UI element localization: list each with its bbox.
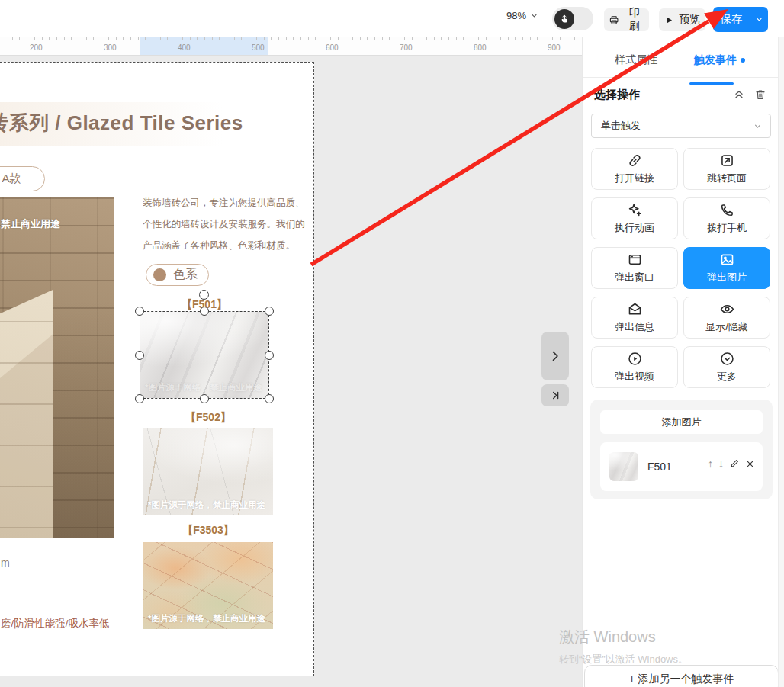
ruler-label: 600 [326,43,339,52]
preview-button[interactable]: 预览 [659,8,705,31]
touch-mode-toggle[interactable] [552,7,593,30]
save-button[interactable]: 保存 [713,7,750,32]
phone-icon [719,202,735,218]
ruler-label: 800 [474,43,487,52]
select-action-header: 选择操作 [594,87,768,102]
remove-image-button[interactable] [745,459,755,469]
last-page-button[interactable] [541,384,569,406]
top-toolbar: 98% 印刷 预览 保存 [0,0,784,37]
ruler-label: 300 [104,43,117,52]
ruler-label: 900 [548,43,561,52]
action-open-link[interactable]: 打开链接 [591,148,678,190]
action-popup-message[interactable]: 弹出信息 [591,297,678,339]
tab-style-properties[interactable]: 样式属性 [610,53,662,68]
tile-label-f3503[interactable]: 【F3503】 [143,524,273,538]
tile-image-f502[interactable]: *图片源于网络，禁止商业用途 [143,428,273,515]
image-name: F501 [647,461,672,473]
panel-divider [583,77,779,78]
unsaved-dot [741,58,745,63]
chevron-down-icon [753,121,763,131]
feature-text[interactable]: 磨/防滑性能强/吸水率低 [1,617,110,631]
play-icon [664,15,674,25]
ruler-label: 200 [30,43,43,52]
zoom-level-dropdown[interactable]: 98% [506,10,538,21]
action-run-animation[interactable]: 执行动画 [591,197,678,239]
ruler-label: 400 [178,43,191,52]
action-call-phone[interactable]: 拨打手机 [683,197,770,239]
size-text-fragment[interactable]: m [1,557,10,569]
right-properties-panel: 样式属性 触发事件 选择操作 单击触发 打 [582,37,779,687]
chevron-down-icon [755,15,763,24]
link-icon [627,152,643,169]
popup-image-settings: 添加图片 F501 ↑ ↓ [590,400,773,499]
save-dropdown-button[interactable] [750,7,768,32]
resize-handle-s[interactable] [200,394,209,403]
resize-handle-e[interactable] [265,351,274,360]
hero-watermark-text: 禁止商业用途 [1,217,60,231]
ruler-major-ticks [27,37,576,43]
move-up-button[interactable]: ↑ [708,457,713,470]
tile-label-f502[interactable]: 【F502】 [143,411,273,425]
pencil-icon [729,458,740,469]
action-more[interactable]: 更多 [683,346,770,388]
image-watermark: *图片源于网络，禁止商业用途 [148,499,265,511]
description-line[interactable]: 产品涵盖了各种风格、色彩和材质。 [143,239,295,252]
printer-icon [609,14,619,26]
editor-window: 98% 印刷 预览 保存 200 300 400 500 [0,0,784,687]
chevron-circle-icon [719,351,735,367]
action-popup-image[interactable]: 弹出图片 [683,247,770,289]
active-tab-underline [689,82,734,85]
design-page[interactable]: 砖系列 / Glazed Tile Series A款 禁止商业用途 装饰墙砖公… [0,62,314,676]
envelope-icon [627,301,643,317]
selection-box [140,311,269,399]
chevron-down-icon [530,11,538,20]
eye-icon [719,301,735,317]
save-button-group: 保存 [713,7,768,32]
add-image-button[interactable]: 添加图片 [600,410,763,434]
action-popup-window[interactable]: 弹出窗口 [591,247,678,289]
resize-handle-w[interactable] [135,351,144,360]
trash-icon [754,88,766,101]
resize-handle-sw[interactable] [135,394,144,403]
tile-image-f501[interactable]: *图片源于网络，禁止商业用途 [140,312,268,398]
resize-handle-nw[interactable] [135,307,144,316]
image-watermark: *图片源于网络，禁止商业用途 [148,613,265,624]
zoom-level-value: 98% [506,10,526,21]
collapse-section-button[interactable] [731,87,747,102]
next-page-button[interactable] [541,332,569,380]
horizontal-ruler: 200 300 400 500 600 700 800 900 [0,37,582,56]
panel-tabs: 样式属性 触发事件 [583,47,779,78]
color-series-badge[interactable]: 色系 [146,264,209,286]
hero-tile-photo[interactable]: 禁止商业用途 [0,197,114,538]
delete-trigger-button[interactable] [753,87,768,102]
action-show-hide[interactable]: 显示/隐藏 [683,297,770,339]
variant-badge[interactable]: A款 [0,166,45,191]
description-line[interactable]: 装饰墙砖公司，专注为您提供高品质、 [143,197,305,210]
add-another-trigger-button[interactable]: + 添加另一个触发事件 [584,665,779,687]
print-button[interactable]: 印刷 [604,8,649,31]
color-dot [153,268,166,281]
trigger-mode-select[interactable]: 单击触发 [591,114,771,138]
window-icon [627,252,643,268]
chevron-double-up-icon [733,88,745,101]
sparkle-icon [627,202,643,218]
image-list-item[interactable]: F501 ↑ ↓ [600,442,763,491]
tab-trigger-events[interactable]: 触发事件 [689,53,750,68]
tile-image-f3503[interactable]: *图片源于网络，禁止商业用途 [143,542,273,629]
action-jump-page[interactable]: 跳转页面 [683,148,770,190]
action-popup-video[interactable]: 弹出视频 [591,346,678,388]
image-icon [719,252,735,268]
page-title[interactable]: 砖系列 / Glazed Tile Series [0,110,243,136]
chevron-right-bar-icon [550,390,561,401]
resize-handle-se[interactable] [265,394,274,403]
edit-image-button[interactable] [729,458,740,469]
description-line[interactable]: 个性化的墙砖设计及安装服务。我们的 [143,218,305,231]
resize-handle-n[interactable] [200,307,209,316]
canvas-workspace: 砖系列 / Glazed Tile Series A款 禁止商业用途 装饰墙砖公… [0,55,582,687]
move-down-button[interactable]: ↓ [718,457,724,470]
play-circle-icon [627,351,643,367]
section-title: 选择操作 [594,88,640,102]
panel-scrollbar[interactable] [778,37,784,687]
resize-handle-ne[interactable] [265,307,274,316]
ruler-label: 700 [400,43,413,52]
